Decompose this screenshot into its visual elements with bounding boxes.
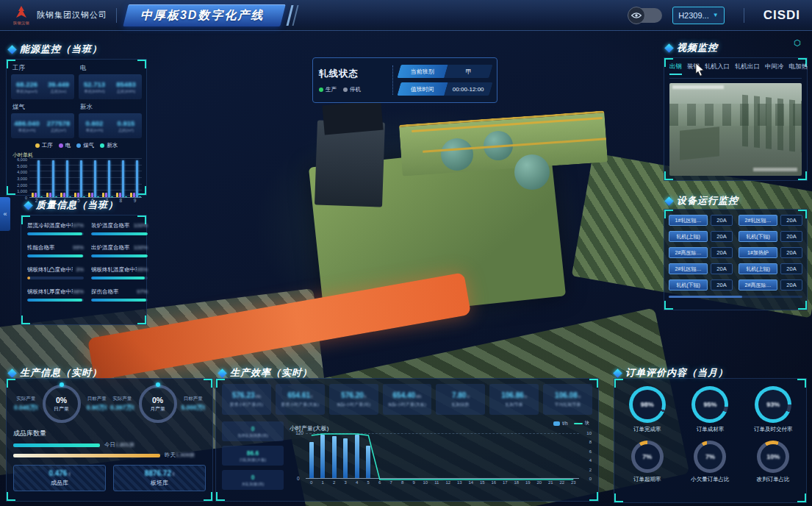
- panel-collapse-tab[interactable]: «: [0, 197, 10, 231]
- equipment-item: 2#高压除…20A: [739, 279, 802, 291]
- quality-row: 探伤合格率97%: [91, 288, 148, 302]
- equipment-item: 轧机(上辊)20A: [669, 231, 733, 242]
- side-label: 当班轧制块数(块): [237, 433, 268, 438]
- equipment-button[interactable]: 1#轧区辊…: [669, 215, 708, 226]
- order-donut: 95%: [691, 386, 728, 423]
- bar-电: [133, 193, 135, 197]
- quality-row-top: 装炉温度合格率100%: [91, 222, 148, 229]
- energy-metric: 新水0.602单耗(m³/t)0.915总耗(m³): [79, 102, 142, 138]
- company-logo: 陕钢汉钢: [10, 5, 32, 25]
- bar-group: [102, 160, 113, 197]
- equipment-item: 轧机(下辊)20A: [669, 279, 733, 291]
- stat-value: 654.40t/h: [393, 391, 422, 399]
- energy-metric-box: 0.602单耗(m³/t)0.915总耗(m³): [79, 113, 142, 138]
- energy-legend-item[interactable]: 电: [59, 142, 71, 149]
- hour-bar: [343, 438, 348, 478]
- legend-label: 工序: [42, 142, 53, 149]
- order-donut: 98%: [629, 386, 666, 423]
- cctv-video-frame[interactable]: [669, 83, 802, 176]
- camera-tab-6[interactable]: 电加热: [789, 63, 808, 75]
- gauge-name: 月产量: [150, 405, 165, 413]
- stat-label: 实际小时产量(大板): [388, 402, 426, 408]
- energy-legend-item[interactable]: 工序: [35, 142, 53, 149]
- equipment-button[interactable]: 轧机(上辊): [739, 263, 777, 274]
- donut-hole: 7%: [635, 444, 660, 469]
- quality-label: 出炉温度合格率: [91, 244, 130, 252]
- equipment-scrollbar-thumb[interactable]: [669, 296, 742, 298]
- actual-label: 实际产量: [109, 396, 135, 402]
- gauge-name: 日产量: [54, 405, 69, 413]
- equipment-current-value: 20A: [711, 231, 733, 242]
- visibility-toggle[interactable]: [628, 8, 662, 23]
- quality-bar-track: [27, 254, 84, 257]
- chart-legend-item[interactable]: t/h: [553, 421, 567, 426]
- diamond-icon: [664, 43, 674, 53]
- donut-label: 改判订单占比: [757, 476, 790, 483]
- equipment-button[interactable]: 2#轧区辊…: [739, 215, 777, 226]
- quality-value: 100%: [134, 244, 148, 251]
- inventory-bar-text: 昨天1,909块: [165, 452, 195, 459]
- eye-icon: [628, 7, 645, 24]
- order-donut-cell: 98%订单完成率: [617, 386, 678, 433]
- equipment-button[interactable]: 2#轧区辊…: [669, 263, 708, 274]
- quality-label: 探伤合格率: [91, 288, 119, 296]
- energy-unit: 单耗(m³/t): [18, 128, 35, 133]
- heat-number-dropdown[interactable]: H2309... ▼: [672, 7, 725, 24]
- camera-tab-5[interactable]: 中间冷: [765, 63, 784, 75]
- equipment-button[interactable]: 轧机(上辊): [669, 231, 708, 242]
- inventory-bar-value: 1,801块: [115, 441, 134, 448]
- equipment-button[interactable]: 1#加热炉: [739, 247, 777, 258]
- order-donut: 7%: [694, 441, 726, 473]
- video-scene-detail: [680, 126, 719, 160]
- inventory-bar-text: 今日1,801块: [104, 441, 134, 449]
- stat-label: 轧制块数: [452, 402, 470, 408]
- status-dot: [319, 88, 323, 92]
- efficiency-side-card: 0当班轧制块数(块): [222, 421, 284, 441]
- quality-bar-fill: [27, 277, 30, 279]
- quality-row: 钢板终轧凸度命中率3%: [27, 266, 84, 279]
- diamond-icon: [613, 368, 622, 378]
- stat-label: 实际小时产量(坯): [337, 402, 370, 408]
- hourly-output-chart: 小时产量(大板) t/h块 120 0 01234567891011121314…: [290, 420, 591, 496]
- energy-panel: 工序68.226单耗(kgce/t)39.449总耗(tce)电52.713单耗…: [6, 59, 147, 196]
- equipment-button[interactable]: 2#高压除…: [669, 247, 708, 258]
- equipment-button[interactable]: 2#高压除…: [739, 279, 777, 291]
- equipment-button[interactable]: 轧机(下辊): [669, 279, 708, 291]
- energy-metric-col: 85483总耗(kWh): [110, 74, 142, 99]
- energy-plot-area: [29, 160, 142, 198]
- chart-legend-item[interactable]: 块: [574, 420, 590, 427]
- quality-panel: 层流冷却温度命中率97%装炉温度合格率100%性能合格率99%出炉温度合格率10…: [21, 215, 147, 325]
- stat-unit: t/h: [256, 394, 261, 399]
- equipment-panel-title: 设备运行监控: [666, 194, 739, 207]
- inventory-bars: 今日1,801块昨天1,909块: [13, 441, 206, 459]
- camera-tab-4[interactable]: 轧机出口: [735, 63, 760, 75]
- energy-metric: 工序68.226单耗(kgce/t)39.449总耗(tce): [11, 63, 74, 99]
- bar-group: [32, 160, 43, 197]
- energy-metric-col: 486.040单耗(m³/t): [11, 113, 43, 138]
- bar-新水: [83, 196, 85, 197]
- hour-bar: [320, 435, 325, 478]
- app-header: 陕钢汉钢 陕钢集团汉钢公司 中厚板3D数字化产线 H2309... ▼ CISD…: [0, 0, 812, 31]
- line-status-fields: 当前班别甲值班时间00:00-12:00: [399, 65, 491, 96]
- view-mode-cube-icon[interactable]: ⬡: [794, 38, 801, 48]
- energy-value: 0.915: [118, 119, 135, 127]
- diamond-icon: [664, 196, 674, 206]
- energy-legend-item[interactable]: 新水: [100, 142, 118, 149]
- right-tick-label: 10: [586, 431, 592, 435]
- camera-tab-1[interactable]: 出钢: [669, 63, 682, 75]
- quality-row: 层流冷却温度命中率97%: [27, 222, 84, 235]
- donut-hole: 98%: [633, 390, 662, 419]
- bar-group: [74, 160, 85, 197]
- donut-label: 订单超期率: [633, 476, 661, 483]
- camera-tab-3[interactable]: 轧机入口: [705, 63, 730, 75]
- equipment-button[interactable]: 轧机(下辊): [739, 231, 777, 242]
- status-legend-item[interactable]: 停机: [343, 86, 361, 93]
- energy-legend-item[interactable]: 煤气: [76, 142, 94, 149]
- status-legend-item[interactable]: 生产: [319, 86, 337, 93]
- equipment-panel: 1#轧区辊…20A2#轧区辊…20A轧机(上辊)20A轧机(下辊)20A2#高压…: [664, 209, 808, 310]
- bar-电: [105, 193, 107, 197]
- quality-label: 层流冷却温度命中率: [27, 222, 73, 229]
- energy-metric: 电52.713单耗(kWh/t)85483总耗(kWh): [79, 63, 142, 99]
- inventory-title: 成品库数量: [13, 429, 206, 438]
- diamond-icon: [24, 201, 33, 210]
